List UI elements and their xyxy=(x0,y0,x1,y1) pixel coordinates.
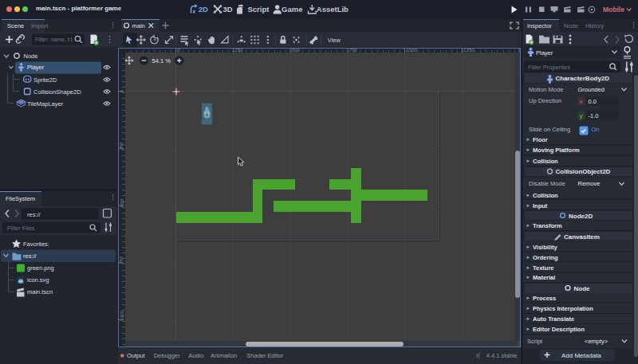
svg-text:TileMapLayer: TileMapLayer xyxy=(27,100,64,108)
svg-text:Node2D: Node2D xyxy=(569,213,593,220)
svg-text:Debugger: Debugger xyxy=(154,352,180,359)
svg-text:x: x xyxy=(580,98,583,105)
svg-text:Disable Mode: Disable Mode xyxy=(529,180,565,187)
svg-text:Filter Files: Filter Files xyxy=(7,225,35,232)
svg-text:2D: 2D xyxy=(199,5,208,14)
svg-text:main: main xyxy=(132,22,145,29)
svg-text:Audio: Audio xyxy=(188,352,203,359)
svg-text:0.0: 0.0 xyxy=(589,98,597,105)
svg-text:3D: 3D xyxy=(223,5,233,14)
svg-text:y: y xyxy=(580,112,583,119)
svg-text:⋮: ⋮ xyxy=(105,34,114,44)
svg-text:Player: Player xyxy=(536,49,553,57)
svg-text:On: On xyxy=(592,126,600,133)
svg-text:res://: res:// xyxy=(23,252,37,260)
svg-text:Player: Player xyxy=(27,64,45,71)
svg-text:Script: Script xyxy=(248,5,270,14)
svg-text:View: View xyxy=(328,37,341,44)
svg-text:Output: Output xyxy=(127,352,145,359)
svg-text:Filter: name, t:t: Filter: name, t:t xyxy=(35,37,73,42)
svg-text:Game: Game xyxy=(282,5,302,14)
svg-text:Node: Node xyxy=(574,285,591,292)
svg-text:CollisionObject2D: CollisionObject2D xyxy=(556,168,611,175)
svg-text:Slide on Ceiling: Slide on Ceiling xyxy=(529,126,570,133)
svg-text:Motion Mode: Motion Mode xyxy=(529,86,563,93)
svg-text:-1.0: -1.0 xyxy=(589,112,599,119)
svg-text:Filter Properties: Filter Properties xyxy=(528,64,570,71)
svg-text:main.tscn: main.tscn xyxy=(27,288,53,296)
svg-text:Animation: Animation xyxy=(211,352,237,359)
svg-text:<empty>: <empty> xyxy=(585,338,608,345)
svg-text:res://: res:// xyxy=(27,211,41,218)
svg-text:Mobile: Mobile xyxy=(603,6,624,14)
svg-text:green.png: green.png xyxy=(27,264,54,272)
svg-text:Sprite2D: Sprite2D xyxy=(33,76,57,84)
svg-text:CanvasItem: CanvasItem xyxy=(564,233,600,241)
svg-text:Grounded: Grounded xyxy=(578,86,605,93)
svg-text:CharacterBody2D: CharacterBody2D xyxy=(556,75,610,82)
svg-text:Favorites:: Favorites: xyxy=(23,241,49,248)
svg-text:CollisionShape2D: CollisionShape2D xyxy=(33,88,81,96)
svg-text:Script: Script xyxy=(527,338,543,345)
svg-text:Up Direction: Up Direction xyxy=(529,97,561,104)
svg-text:AssetLib: AssetLib xyxy=(317,5,349,14)
svg-text:icon.svg: icon.svg xyxy=(27,276,49,284)
svg-text:Add Metadata: Add Metadata xyxy=(561,352,601,359)
svg-text:Shader Editor: Shader Editor xyxy=(246,352,283,359)
svg-text:Node: Node xyxy=(24,53,38,60)
svg-text:4.4.1.stable: 4.4.1.stable xyxy=(486,352,518,359)
svg-text:Remove: Remove xyxy=(578,180,601,187)
